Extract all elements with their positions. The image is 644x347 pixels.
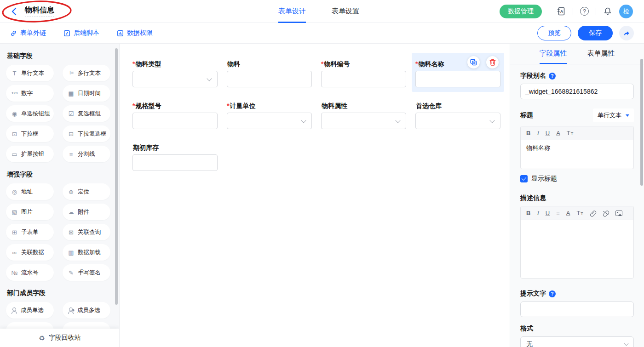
form-field-opening-stock[interactable]: 期初库存 <box>129 137 221 176</box>
palette-item-member-single[interactable]: 成员单选 <box>6 302 54 319</box>
palette-item-linked-query[interactable]: ⊠关联查询 <box>63 224 110 240</box>
description-content[interactable] <box>521 220 633 278</box>
material-name-input[interactable] <box>415 71 500 87</box>
underline-button[interactable]: U <box>546 210 550 216</box>
material-type-select[interactable] <box>132 71 218 87</box>
field-recycle-bin[interactable]: ♻ 字段回收站 <box>0 329 120 347</box>
field-type-select[interactable]: 单行文本 <box>593 108 634 122</box>
palette-item-member-multi[interactable]: 成员多选 <box>63 302 110 319</box>
italic-button[interactable]: I <box>537 130 539 136</box>
material-attr-select[interactable] <box>321 113 406 129</box>
divider <box>573 8 573 15</box>
font-color-button[interactable]: A <box>566 210 570 216</box>
palette-item-radio-group[interactable]: ◉单选按钮组 <box>6 105 54 122</box>
tab-form-settings[interactable]: 表单设置 <box>332 0 359 23</box>
recycle-icon: ♻ <box>39 335 45 341</box>
data-manage-button[interactable]: 数据管理 <box>500 5 542 18</box>
preview-button[interactable]: 预览 <box>537 26 571 40</box>
form-field-material-attr[interactable]: 物料属性 <box>317 95 410 134</box>
form-field-material-code[interactable]: *物料编号 <box>317 53 410 92</box>
field-label: 规格型号 <box>135 102 161 109</box>
material-code-input[interactable] <box>321 71 406 87</box>
palette-item-signature[interactable]: ✎手写签名 <box>63 264 110 281</box>
show-title-checkbox[interactable] <box>520 175 528 182</box>
tab-field-properties[interactable]: 字段属性 <box>540 44 567 64</box>
palette-item-image[interactable]: ▧图片 <box>6 204 54 220</box>
contacts-book-icon[interactable]: A <box>556 6 566 16</box>
palette-item-multi-select[interactable]: ⊟下拉复选框 <box>63 125 110 142</box>
palette-item-multi-line-text[interactable]: T≡多行文本 <box>63 65 110 81</box>
palette-item-attachment[interactable]: ☁附件 <box>63 204 110 220</box>
copy-field-button[interactable] <box>467 56 480 68</box>
font-size-button[interactable]: T <box>567 130 573 136</box>
palette-item-location[interactable]: ⊕定位 <box>63 183 110 200</box>
address-icon: ◎ <box>11 189 18 195</box>
field-palette-sidebar: 基础字段 T单行文本 T≡多行文本 123数字 ▦日期时间 ◉单选按钮组 ☑复选… <box>0 44 120 347</box>
form-field-material-name[interactable]: *物料名称 <box>412 53 504 92</box>
tab-form-properties[interactable]: 表单属性 <box>587 44 615 64</box>
palette-item-divider[interactable]: ≡分割线 <box>63 146 110 162</box>
linked-data-icon: ∞ <box>11 250 18 256</box>
field-label: 物料 <box>227 60 240 68</box>
save-button[interactable]: 保存 <box>578 26 613 40</box>
panel-scrollbar[interactable] <box>640 59 643 186</box>
notification-bell-icon[interactable] <box>603 7 612 16</box>
format-select[interactable]: 无 <box>520 336 634 347</box>
section-title-member-fields: 部门成员字段 <box>7 289 110 297</box>
form-field-preferred-warehouse[interactable]: 首选仓库 <box>412 95 504 134</box>
insert-image-icon[interactable] <box>615 210 622 216</box>
bold-button[interactable]: B <box>526 130 530 136</box>
bold-button[interactable]: B <box>526 210 530 216</box>
sidebar-scrollbar[interactable] <box>115 48 118 305</box>
align-button[interactable]: ≡ <box>556 210 560 216</box>
field-label: 物料属性 <box>322 102 347 109</box>
palette-item-datetime[interactable]: ▦日期时间 <box>63 85 110 102</box>
radio-group-icon: ◉ <box>11 111 18 117</box>
data-permission-button[interactable]: 数据权限 <box>117 29 153 37</box>
delete-field-button[interactable] <box>486 56 499 68</box>
palette-item-checkbox-group[interactable]: ☑复选框组 <box>63 105 110 122</box>
field-alias-input[interactable] <box>520 84 634 99</box>
palette-item-extend-button[interactable]: ▭扩展按钮 <box>6 146 54 162</box>
tab-form-design[interactable]: 表单设计 <box>278 0 306 23</box>
help-icon[interactable]: ? <box>549 73 556 80</box>
help-icon[interactable]: ? <box>549 290 556 297</box>
back-icon[interactable] <box>11 7 19 16</box>
palette-item-address[interactable]: ◎地址 <box>6 183 54 200</box>
external-link-button[interactable]: 表单外链 <box>10 29 46 37</box>
italic-button[interactable]: I <box>537 210 539 216</box>
title-content[interactable]: 物料名称 <box>521 140 633 169</box>
form-field-material-type[interactable]: *物料类型 <box>129 53 221 92</box>
unit-select[interactable] <box>227 113 312 129</box>
data-load-icon: ▥ <box>68 250 75 256</box>
form-field-spec-model[interactable]: *规格型号 <box>129 95 221 134</box>
opening-stock-input[interactable] <box>132 154 218 171</box>
palette-item-number[interactable]: 123数字 <box>6 85 54 102</box>
help-icon[interactable]: ? <box>580 7 589 16</box>
palette-item-serial-number[interactable]: №流水号 <box>6 264 54 281</box>
palette-item-select[interactable]: ⊡下拉框 <box>6 125 54 142</box>
subform-icon: ⊞ <box>11 229 18 235</box>
backend-script-button[interactable]: 后端脚本 <box>63 29 99 37</box>
form-field-unit[interactable]: *计量单位 <box>223 95 316 134</box>
font-size-button[interactable]: T <box>576 210 583 216</box>
unlink-icon[interactable] <box>603 210 609 216</box>
palette-item-single-line-text[interactable]: T单行文本 <box>6 65 54 81</box>
share-button[interactable] <box>619 26 634 40</box>
underline-button[interactable]: U <box>546 130 550 136</box>
material-input[interactable] <box>227 71 312 87</box>
select-icon: ⊡ <box>11 131 18 137</box>
share-arrow-icon <box>623 30 630 37</box>
palette-item-linked-data[interactable]: ∞关联数据 <box>6 244 54 261</box>
spec-model-input[interactable] <box>132 113 218 129</box>
description-label: 描述信息 <box>520 194 634 202</box>
link-icon[interactable] <box>590 210 596 216</box>
hint-text-input[interactable] <box>520 301 634 317</box>
palette-item-subform[interactable]: ⊞子表单 <box>6 224 54 240</box>
preferred-warehouse-select[interactable] <box>415 113 500 129</box>
divider <box>549 8 549 15</box>
font-color-button[interactable]: A <box>556 130 560 136</box>
palette-item-data-load[interactable]: ▥数据加载 <box>63 244 110 261</box>
form-field-material[interactable]: 物料 <box>223 53 316 92</box>
user-avatar[interactable]: 检 <box>619 5 633 18</box>
